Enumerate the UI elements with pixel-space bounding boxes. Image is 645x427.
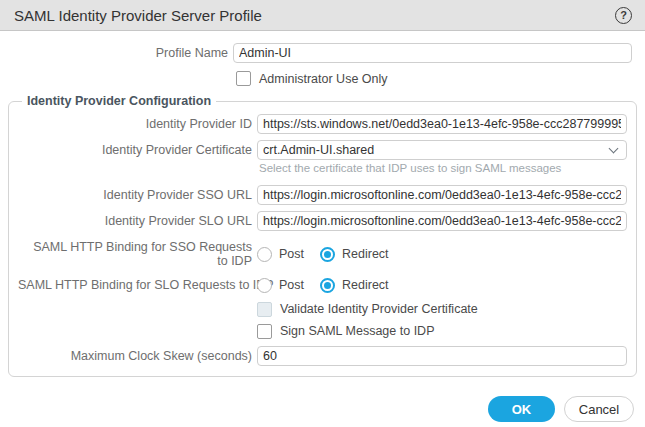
- identity-provider-id-input[interactable]: [257, 114, 627, 134]
- radio-selected-icon: [320, 278, 335, 293]
- validate-certificate-checkbox: [257, 302, 272, 317]
- identity-provider-certificate-label: Identity Provider Certificate: [18, 143, 252, 157]
- sso-binding-label: SAML HTTP Binding for SSO Requests to ID…: [32, 240, 252, 269]
- sso-binding-redirect-option[interactable]: Redirect: [320, 247, 389, 262]
- slo-binding-redirect-label: Redirect: [342, 278, 389, 292]
- saml-idp-server-profile-dialog: SAML Identity Provider Server Profile ? …: [0, 0, 645, 377]
- identity-provider-certificate-select[interactable]: crt.Admin-UI.shared: [257, 140, 627, 160]
- chevron-down-icon: [609, 144, 619, 154]
- help-icon[interactable]: ?: [615, 7, 632, 24]
- maximum-clock-skew-input[interactable]: [257, 346, 627, 366]
- radio-selected-icon: [320, 247, 335, 262]
- identity-provider-sso-url-label: Identity Provider SSO URL: [18, 188, 252, 202]
- slo-binding-label: SAML HTTP Binding for SLO Requests to ID…: [18, 278, 252, 292]
- identity-provider-certificate-row: Identity Provider Certificate crt.Admin-…: [18, 140, 627, 160]
- sso-binding-post-option[interactable]: Post: [257, 247, 304, 262]
- slo-binding-post-label: Post: [279, 278, 304, 292]
- profile-name-label: Profile Name: [0, 46, 228, 60]
- identity-provider-certificate-value: crt.Admin-UI.shared: [263, 143, 374, 157]
- administrator-use-only-row[interactable]: Administrator Use Only: [236, 71, 645, 86]
- dialog-header: SAML Identity Provider Server Profile ?: [0, 0, 645, 31]
- sso-binding-redirect-label: Redirect: [342, 247, 389, 261]
- identity-provider-slo-url-row: Identity Provider SLO URL: [18, 211, 627, 231]
- validate-certificate-label: Validate Identity Provider Certificate: [280, 302, 478, 316]
- maximum-clock-skew-row: Maximum Clock Skew (seconds): [18, 346, 627, 366]
- identity-provider-sso-url-row: Identity Provider SSO URL: [18, 185, 627, 205]
- identity-provider-slo-url-input[interactable]: [257, 211, 627, 231]
- identity-provider-id-label: Identity Provider ID: [18, 117, 252, 131]
- slo-binding-post-option[interactable]: Post: [257, 278, 304, 293]
- sign-saml-message-row[interactable]: Sign SAML Message to IDP: [257, 324, 627, 339]
- identity-provider-id-row: Identity Provider ID: [18, 114, 627, 134]
- profile-name-input[interactable]: [233, 43, 632, 63]
- profile-name-row: Profile Name: [0, 43, 632, 63]
- identity-provider-sso-url-input[interactable]: [257, 185, 627, 205]
- identity-provider-slo-url-label: Identity Provider SLO URL: [18, 214, 252, 228]
- slo-binding-redirect-option[interactable]: Redirect: [320, 278, 389, 293]
- sign-saml-message-label: Sign SAML Message to IDP: [280, 324, 434, 338]
- certificate-help-text: Select the certificate that IDP uses to …: [259, 162, 627, 174]
- sso-binding-options: Post Redirect: [257, 247, 405, 262]
- sign-saml-message-checkbox[interactable]: [257, 324, 272, 339]
- ok-button[interactable]: OK: [488, 396, 555, 422]
- cancel-button[interactable]: Cancel: [564, 396, 634, 422]
- administrator-use-only-checkbox[interactable]: [236, 71, 251, 86]
- dialog-footer: OK Cancel: [488, 396, 634, 422]
- sso-binding-post-label: Post: [279, 247, 304, 261]
- slo-binding-options: Post Redirect: [257, 278, 405, 293]
- dialog-title: SAML Identity Provider Server Profile: [14, 7, 262, 24]
- radio-unselected-icon: [257, 247, 272, 262]
- identity-provider-configuration-legend: Identity Provider Configuration: [22, 94, 216, 108]
- identity-provider-configuration-group: Identity Provider Configuration Identity…: [8, 94, 637, 377]
- validate-certificate-row: Validate Identity Provider Certificate: [257, 302, 627, 317]
- administrator-use-only-label: Administrator Use Only: [259, 72, 388, 86]
- radio-unselected-icon: [257, 278, 272, 293]
- slo-binding-row: SAML HTTP Binding for SLO Requests to ID…: [18, 278, 627, 293]
- dialog-body: Profile Name Administrator Use Only Iden…: [0, 31, 645, 377]
- maximum-clock-skew-label: Maximum Clock Skew (seconds): [18, 349, 252, 363]
- sso-binding-row: SAML HTTP Binding for SSO Requests to ID…: [18, 240, 627, 269]
